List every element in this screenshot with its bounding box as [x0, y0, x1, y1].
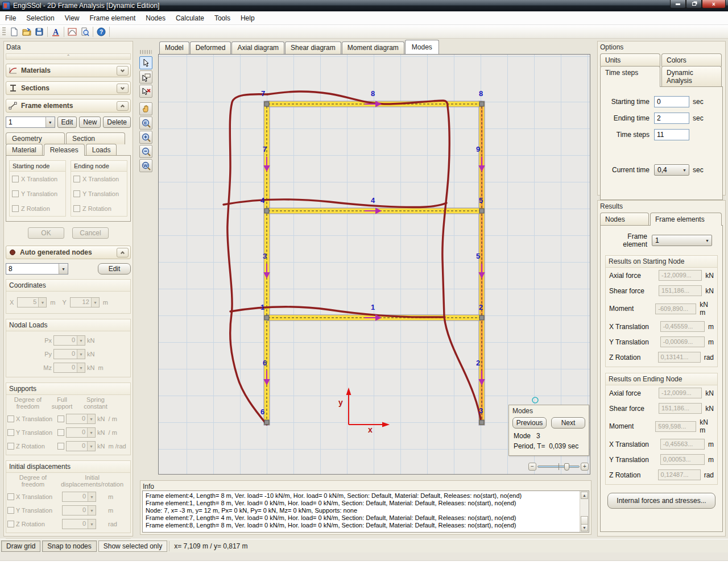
- tab-section[interactable]: Section: [66, 132, 125, 144]
- materials-expander[interactable]: Materials: [6, 64, 131, 77]
- node-edit-button[interactable]: Edit: [98, 263, 131, 275]
- spring-z-select[interactable]: 0▼: [66, 441, 96, 451]
- frame-elements-collapse-button[interactable]: [117, 101, 129, 111]
- zoom-out-small-button[interactable]: −: [528, 463, 536, 471]
- info-list[interactable]: Frame element:4, Length= 8 m, Ver. load=…: [143, 491, 580, 532]
- cancel-button[interactable]: Cancel: [72, 227, 109, 239]
- start-z-rotation-checkbox[interactable]: [12, 205, 19, 212]
- tab-colors[interactable]: Colors: [661, 53, 722, 66]
- tab-axial-diagram[interactable]: Axial diagram: [231, 41, 284, 54]
- pan-tool-button[interactable]: [139, 102, 152, 115]
- result-frame-element-select[interactable]: 1 ▼: [652, 235, 712, 246]
- tab-frame-elements-results[interactable]: Frame elements: [650, 213, 722, 226]
- tab-dynamic-analysis[interactable]: Dynamic Analysis: [661, 66, 722, 87]
- support-z-checkbox[interactable]: [7, 443, 14, 450]
- coordinate-x-select[interactable]: 5▼: [17, 297, 47, 307]
- menu-calculate[interactable]: Calculate: [171, 12, 209, 24]
- zoom-in-button[interactable]: [139, 131, 152, 144]
- frame-elements-expander[interactable]: Frame elements: [6, 99, 131, 113]
- init-x-select[interactable]: 0▼: [62, 492, 96, 502]
- save-file-button[interactable]: [33, 26, 46, 38]
- draw-grid-toggle[interactable]: Draw grid: [1, 541, 40, 552]
- panel-scroll-up[interactable]: ⌃: [6, 53, 131, 60]
- next-mode-button[interactable]: Next: [551, 417, 585, 429]
- show-selected-only-toggle[interactable]: Show selected only: [98, 541, 167, 552]
- materials-expand-button[interactable]: [117, 66, 129, 76]
- zoom-slider[interactable]: [537, 463, 580, 471]
- help-button[interactable]: ?: [95, 26, 107, 38]
- menu-help[interactable]: Help: [235, 12, 260, 24]
- tab-units[interactable]: Units: [600, 53, 660, 66]
- menu-selection[interactable]: Selection: [21, 12, 59, 24]
- deselect-tool-button[interactable]: [139, 85, 152, 98]
- select-area-tool-button[interactable]: [139, 70, 152, 84]
- end-y-translation-checkbox[interactable]: [73, 190, 80, 197]
- px-load-select[interactable]: 0▼: [53, 335, 85, 346]
- tab-time-steps[interactable]: Time steps: [600, 66, 660, 87]
- info-scrollbar[interactable]: ▲ ▼: [580, 491, 589, 532]
- tab-loads[interactable]: Loads: [86, 144, 117, 156]
- toolbar-handle[interactable]: [140, 50, 152, 54]
- init-z-select[interactable]: 0▼: [62, 519, 96, 529]
- scroll-up-icon[interactable]: ▲: [581, 492, 588, 499]
- full-support-z-checkbox[interactable]: [57, 443, 64, 450]
- support-x-checkbox[interactable]: [7, 415, 14, 422]
- full-support-y-checkbox[interactable]: [57, 429, 64, 436]
- diagram-button[interactable]: [66, 26, 78, 38]
- sections-expand-button[interactable]: [117, 84, 129, 93]
- restore-button[interactable]: [686, 0, 702, 9]
- sections-expander[interactable]: Sections: [6, 81, 131, 95]
- start-x-translation-checkbox[interactable]: [12, 176, 19, 182]
- zoom-in-small-button[interactable]: +: [581, 463, 589, 471]
- menu-view[interactable]: View: [60, 12, 85, 24]
- new-file-button[interactable]: [8, 26, 20, 38]
- ok-button[interactable]: OK: [28, 227, 64, 239]
- current-time-select[interactable]: 0,4 ▼: [654, 164, 689, 176]
- tab-nodes-results[interactable]: Nodes: [600, 213, 649, 226]
- support-y-checkbox[interactable]: [7, 429, 14, 436]
- snap-to-nodes-toggle[interactable]: Snap to nodes: [42, 541, 96, 552]
- tab-material[interactable]: Material: [6, 144, 43, 156]
- full-support-x-checkbox[interactable]: [57, 415, 64, 422]
- menu-nodes[interactable]: Nodes: [140, 12, 171, 24]
- tab-model[interactable]: Model: [159, 41, 189, 54]
- zoom-window-button[interactable]: W: [139, 159, 152, 172]
- zoom-extents-button[interactable]: E: [139, 117, 152, 130]
- print-preview-button[interactable]: [78, 26, 91, 38]
- init-x-checkbox[interactable]: [7, 493, 14, 500]
- tab-deformed[interactable]: Deformed: [190, 41, 231, 54]
- drawing-canvas[interactable]: 7 8 4 5 1 2 6 3 8 4 1 7 9 3 5 6 2 y x Mo…: [158, 54, 590, 475]
- open-file-button[interactable]: [20, 26, 33, 38]
- zoom-slider-thumb[interactable]: [564, 463, 569, 471]
- menu-tools[interactable]: Tools: [209, 12, 235, 24]
- ending-time-input[interactable]: [654, 113, 689, 124]
- menu-file[interactable]: File: [0, 12, 21, 24]
- internal-forces-button[interactable]: Internal forces and stresses...: [607, 493, 715, 509]
- frame-delete-button[interactable]: Delete: [103, 117, 131, 128]
- init-y-select[interactable]: 0▼: [62, 505, 96, 516]
- font-button[interactable]: A: [49, 26, 62, 38]
- menu-frame-element[interactable]: Frame element: [85, 12, 141, 24]
- start-y-translation-checkbox[interactable]: [12, 190, 19, 197]
- close-button[interactable]: ×: [702, 0, 726, 9]
- init-z-checkbox[interactable]: [7, 521, 14, 527]
- mz-load-select[interactable]: 0▼: [53, 363, 85, 373]
- zoom-out-button[interactable]: [139, 145, 152, 158]
- tab-shear-diagram[interactable]: Shear diagram: [285, 41, 341, 54]
- tab-modes[interactable]: Modes: [405, 40, 439, 54]
- frame-element-select[interactable]: 1 ▼: [6, 117, 55, 128]
- spring-x-select[interactable]: 0▼: [66, 414, 96, 424]
- tab-geometry[interactable]: Geometry: [6, 132, 65, 144]
- init-y-checkbox[interactable]: [7, 507, 14, 514]
- scroll-down-icon[interactable]: ▼: [581, 524, 588, 531]
- time-steps-input[interactable]: [654, 129, 689, 140]
- minimize-button[interactable]: [670, 0, 686, 9]
- coordinate-y-select[interactable]: 12▼: [70, 297, 100, 307]
- spring-y-select[interactable]: 0▼: [66, 427, 96, 438]
- select-tool-button[interactable]: [139, 56, 152, 69]
- frame-edit-button[interactable]: Edit: [57, 117, 77, 128]
- previous-mode-button[interactable]: Previous: [512, 417, 547, 429]
- starting-time-input[interactable]: [654, 96, 689, 107]
- auto-nodes-collapse-button[interactable]: [117, 248, 129, 257]
- frame-new-button[interactable]: New: [79, 117, 101, 128]
